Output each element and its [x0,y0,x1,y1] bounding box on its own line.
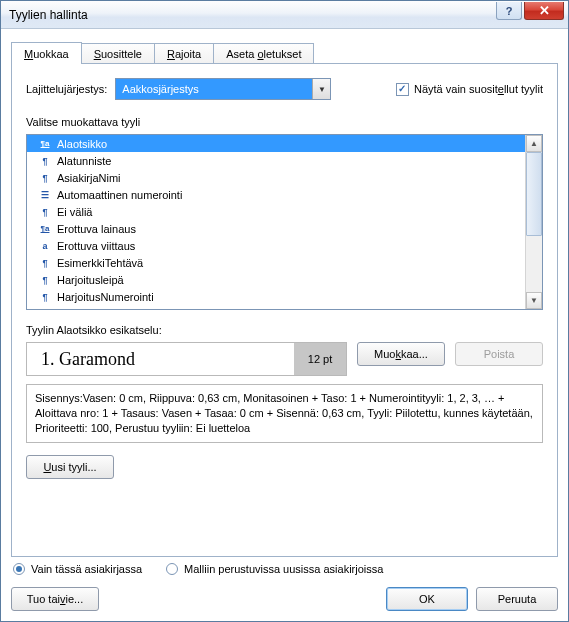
list-item[interactable]: Erottuva lainaus [27,220,525,237]
preview-row: 1. Garamond 12 pt Muokkaa... Poista [26,342,543,376]
list-icon [39,189,51,201]
tabstrip: Muokkaa Suosittele Rajoita Aseta oletuks… [11,37,558,63]
preview-box: 1. Garamond 12 pt [26,342,347,376]
para-icon [39,274,51,286]
para-icon [39,155,51,167]
scroll-thumb[interactable] [526,152,542,236]
list-item-label: Harjoitusleipä [57,274,124,286]
radio-this-document[interactable]: Vain tässä asiakirjassa [13,563,142,575]
footer: Tuo tai vie... OK Peruuta [11,587,558,611]
para-icon [39,172,51,184]
list-item[interactable]: HarjoitusNumerointi [27,288,525,305]
radio-this-document-label: Vain tässä asiakirjassa [31,563,142,575]
show-recommended-label: Näytä vain suositellut tyylit [414,83,543,95]
import-export-button[interactable]: Tuo tai vie... [11,587,99,611]
tab-panel: Lajittelujärjestys: Aakkosjärjestys ▼ ✓ … [11,63,558,557]
list-item-label: HarjoitusNumerointi [57,291,154,303]
list-item[interactable]: Alaotsikko [27,135,525,152]
list-item[interactable]: Alatunniste [27,152,525,169]
check-icon: ✓ [396,83,409,96]
list-item[interactable]: Erottuva viittaus [27,237,525,254]
scroll-down-icon[interactable]: ▼ [526,292,542,309]
new-style-button[interactable]: Uusi tyyli... [26,455,114,479]
para-icon [39,257,51,269]
radio-template-documents-label: Malliin perustuvissa uusissa asiakirjois… [184,563,383,575]
preview-sample: 1. Garamond [27,349,294,370]
list-item-label: Alatunniste [57,155,111,167]
ok-button[interactable]: OK [386,587,468,611]
list-item[interactable]: AsiakirjaNimi [27,169,525,186]
list-item-label: Alaotsikko [57,138,107,150]
tab-edit[interactable]: Muokkaa [11,42,82,64]
sort-combo[interactable]: Aakkosjärjestys ▼ [115,78,331,100]
tab-defaults[interactable]: Aseta oletukset [213,43,314,64]
delete-button: Poista [455,342,543,366]
radio-icon [166,563,178,575]
sort-label: Lajittelujärjestys: [26,83,107,95]
tab-recommend[interactable]: Suosittele [81,43,155,64]
style-listbox[interactable]: AlaotsikkoAlatunnisteAsiakirjaNimiAutoma… [26,134,543,310]
list-item-label: EsimerkkiTehtävä [57,257,143,269]
show-recommended-checkbox[interactable]: ✓ Näytä vain suositellut tyylit [396,83,543,96]
radio-icon [13,563,25,575]
radio-template-documents[interactable]: Malliin perustuvissa uusissa asiakirjois… [166,563,383,575]
sort-row: Lajittelujärjestys: Aakkosjärjestys ▼ ✓ … [26,78,543,100]
list-item-label: Automaattinen numerointi [57,189,182,201]
para-icon [39,206,51,218]
cancel-button[interactable]: Peruuta [476,587,558,611]
preview-size: 12 pt [294,343,346,375]
window-title: Tyylien hallinta [9,8,88,22]
scope-radios: Vain tässä asiakirjassa Malliin perustuv… [11,557,558,585]
titlebar-buttons: ? ✕ [496,2,564,20]
list-item[interactable]: EsimerkkiTehtävä [27,254,525,271]
scroll-up-icon[interactable]: ▲ [526,135,542,152]
para-icon [39,291,51,303]
list-item[interactable]: Ei väliä [27,203,525,220]
content-area: Muokkaa Suosittele Rajoita Aseta oletuks… [1,29,568,621]
list-item[interactable]: Automaattinen numerointi [27,186,525,203]
list-item-label: Ei väliä [57,206,92,218]
list-item[interactable]: Harjoitusleipä [27,271,525,288]
dialog-window: Tyylien hallinta ? ✕ Muokkaa Suosittele … [0,0,569,622]
list-item-label: Erottuva lainaus [57,223,136,235]
help-button[interactable]: ? [496,2,522,20]
titlebar: Tyylien hallinta ? ✕ [1,1,568,29]
preview-label: Tyylin Alaotsikko esikatselu: [26,324,543,336]
tab-restrict[interactable]: Rajoita [154,43,214,64]
modify-button[interactable]: Muokkaa... [357,342,445,366]
list-item-label: AsiakirjaNimi [57,172,121,184]
upara-icon [39,138,51,150]
sort-combo-dropdown[interactable]: ▼ [312,79,330,99]
scrollbar[interactable]: ▲ ▼ [525,135,542,309]
scroll-track[interactable] [526,152,542,292]
list-label: Valitse muokattava tyyli [26,116,543,128]
list-item-label: Erottuva viittaus [57,240,135,252]
close-button[interactable]: ✕ [524,2,564,20]
style-listbox-items: AlaotsikkoAlatunnisteAsiakirjaNimiAutoma… [27,135,525,309]
char-icon [39,240,51,252]
description-box: Sisennys:Vasen: 0 cm, Riippuva: 0,63 cm,… [26,384,543,443]
sort-value: Aakkosjärjestys [116,79,312,99]
upara-icon [39,223,51,235]
